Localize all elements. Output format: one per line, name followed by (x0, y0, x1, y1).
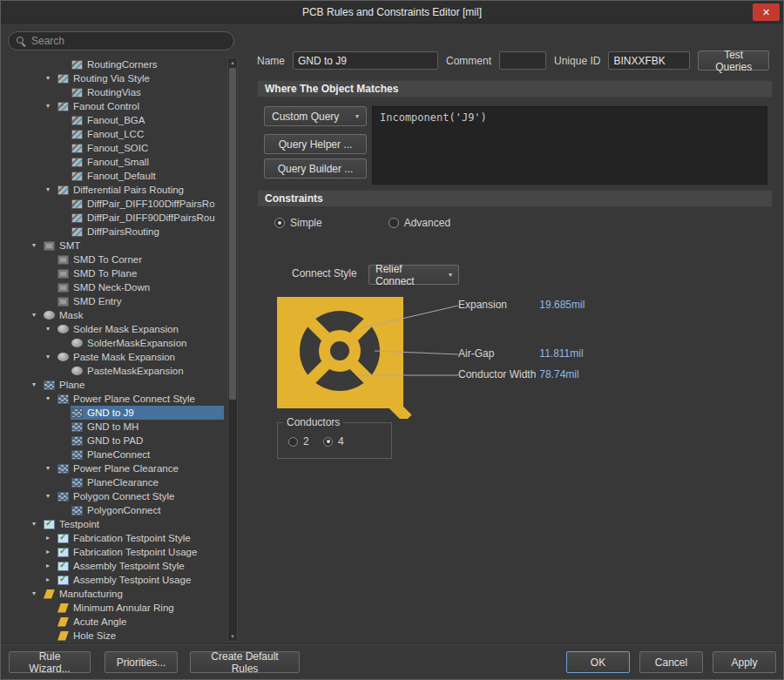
tree-item-fabrication-testpoint-style[interactable]: ▸Fabrication Testpoint Style (8, 531, 224, 545)
tree-item-content: PolygonConnect (71, 503, 224, 517)
connect-style-preview-area: Expansion 19.685mil Air-Gap 11.811mil Co… (247, 297, 783, 419)
tree-item-hole-size[interactable]: Hole Size (8, 629, 224, 642)
scope-type-dropdown[interactable]: Custom Query ▾ (264, 106, 367, 126)
testpoint-icon (57, 576, 69, 585)
tree-item-paste-mask-expansion[interactable]: ▾Paste Mask Expansion (8, 350, 224, 364)
unique-id-label: Unique ID (554, 55, 600, 67)
routing-icon (71, 172, 83, 181)
tree-item-content: SolderMaskExpansion (71, 336, 224, 350)
tree-item-assembly-testpoint-style[interactable]: ▸Assembly Testpoint Style (8, 559, 224, 573)
tree-item-acute-angle[interactable]: Acute Angle (8, 615, 224, 629)
comment-field[interactable] (499, 51, 546, 70)
create-default-rules-button[interactable]: Create Default Rules (190, 651, 300, 673)
tree-item-fanout-default[interactable]: Fanout_Default (8, 169, 224, 183)
rule-name-field[interactable] (293, 51, 438, 70)
tree-item-smd-to-plane[interactable]: SMD To Plane (8, 266, 224, 280)
tree-item-gnd-to-mh[interactable]: GND to MH (8, 420, 224, 434)
collapse-icon[interactable]: ▾ (46, 183, 57, 197)
tree-item-fanout-control[interactable]: ▾Fanout Control (8, 99, 224, 113)
tree-item-soldermaskexpansion[interactable]: SolderMaskExpansion (8, 336, 224, 350)
priorities-button[interactable]: Priorities... (105, 651, 178, 673)
tree-item-label: Fanout_SOIC (87, 143, 152, 153)
tree-item-testpoint[interactable]: ▾Testpoint (8, 517, 224, 531)
tree-item-content: Fanout_BGA (71, 113, 224, 127)
collapse-icon[interactable]: ▾ (46, 99, 57, 113)
cancel-button[interactable]: Cancel (639, 651, 703, 673)
conductor-option-2: 2 (288, 435, 309, 448)
expand-icon[interactable]: ▸ (46, 573, 57, 587)
rule-wizard-button[interactable]: Rule Wizard... (9, 651, 91, 673)
collapse-icon[interactable]: ▾ (32, 308, 43, 322)
ok-button[interactable]: OK (566, 651, 630, 673)
radio-simple[interactable] (274, 218, 285, 228)
tree-item-label: Mask (59, 310, 86, 320)
tree-item-power-plane-connect-style[interactable]: ▾Power Plane Connect Style (8, 392, 224, 406)
test-queries-button[interactable]: Test Queries (698, 50, 769, 71)
collapse-icon[interactable]: ▾ (46, 461, 57, 475)
scrollbar-thumb[interactable] (229, 68, 236, 400)
tree-item-polygonconnect[interactable]: PolygonConnect (8, 503, 224, 517)
expansion-row: Expansion 19.685mil (458, 299, 783, 311)
tree-item-fanout-small[interactable]: Fanout_Small (8, 155, 224, 169)
tree-item-minimum-annular-ring[interactable]: Minimum Annular Ring (8, 601, 224, 615)
collapse-icon[interactable]: ▾ (46, 489, 57, 503)
tree-item-content: Routing Via Style (57, 71, 224, 85)
search-input[interactable] (31, 35, 226, 47)
tree-item-solder-mask-expansion[interactable]: ▾Solder Mask Expansion (8, 322, 224, 336)
radio-advanced[interactable] (389, 218, 399, 228)
tree-item-label: GND to J9 (87, 407, 138, 418)
routing-icon (71, 158, 83, 167)
tree-item-polygon-connect-style[interactable]: ▾Polygon Connect Style (8, 489, 224, 503)
expand-icon[interactable]: ▸ (46, 545, 57, 559)
radio-conductors-2[interactable] (288, 437, 298, 447)
tree-item-gnd-to-pad[interactable]: GND to PAD (8, 434, 224, 448)
collapse-icon[interactable]: ▾ (46, 322, 57, 336)
collapse-icon[interactable]: ▾ (32, 239, 43, 252)
tree-item-diffpairsrouting[interactable]: DiffPairsRouting (8, 225, 224, 239)
collapse-icon[interactable]: ▾ (32, 378, 43, 392)
query-builder-button[interactable]: Query Builder ... (264, 158, 367, 178)
unique-id-field[interactable] (608, 51, 690, 70)
tree-item-planeconnect[interactable]: PlaneConnect (8, 448, 224, 461)
tree-item-mask[interactable]: ▾Mask (8, 308, 224, 322)
tree-item-fabrication-testpoint-usage[interactable]: ▸Fabrication Testpoint Usage (8, 545, 224, 559)
tree-item-fanout-lcc[interactable]: Fanout_LCC (8, 127, 224, 141)
tree-item-smt[interactable]: ▾SMT (8, 239, 224, 252)
collapse-icon[interactable]: ▾ (32, 517, 43, 531)
tree-scrollbar[interactable]: ▲ ▼ (227, 57, 238, 642)
tree-item-manufacturing[interactable]: ▾Manufacturing (8, 587, 224, 601)
tree-item-smd-neck-down[interactable]: SMD Neck-Down (8, 280, 224, 294)
close-button[interactable]: ✕ (753, 3, 780, 21)
tree-item-plane[interactable]: ▾Plane (8, 378, 224, 392)
connect-style-dropdown[interactable]: Relief Connect ▾ (368, 265, 459, 285)
apply-button[interactable]: Apply (713, 651, 776, 673)
tree-item-planeclearance[interactable]: PlaneClearance (8, 475, 224, 489)
tree-item-diffpair-diff90diffpairsrou[interactable]: DiffPair_DIFF90DiffPairsRou (8, 211, 224, 225)
collapse-icon[interactable]: ▾ (46, 350, 57, 364)
collapse-icon[interactable]: ▾ (46, 392, 57, 406)
query-helper-button[interactable]: Query Helper ... (264, 134, 367, 154)
scroll-down-icon[interactable]: ▼ (228, 632, 237, 641)
tree-item-smd-entry[interactable]: SMD Entry (8, 294, 224, 308)
query-editor[interactable]: Incomponent('J9') (372, 106, 767, 185)
tree-item-pastemaskexpansion[interactable]: PasteMaskExpansion (8, 364, 224, 378)
tree-item-assembly-testpoint-usage[interactable]: ▸Assembly Testpoint Usage (8, 573, 224, 587)
tree-item-fanout-soic[interactable]: Fanout_SOIC (8, 141, 224, 155)
dialog-footer: Rule Wizard... Priorities... Create Defa… (1, 643, 783, 679)
radio-conductors-4[interactable] (323, 437, 333, 447)
collapse-icon[interactable]: ▾ (32, 587, 43, 601)
tree-item-power-plane-clearance[interactable]: ▾Power Plane Clearance (8, 461, 224, 475)
tree-item-routingvias[interactable]: RoutingVias (8, 85, 224, 99)
collapse-icon[interactable]: ▾ (46, 71, 57, 85)
expand-icon[interactable]: ▸ (46, 531, 57, 545)
tree-item-gnd-to-j9[interactable]: GND to J9 (8, 406, 224, 420)
tree-item-fanout-bga[interactable]: Fanout_BGA (8, 113, 224, 127)
scroll-up-icon[interactable]: ▲ (228, 58, 237, 67)
tree-item-routing-via-style[interactable]: ▾Routing Via Style (8, 71, 224, 85)
tree-item-differential-pairs-routing[interactable]: ▾Differential Pairs Routing (8, 183, 224, 197)
tree-item-routingcorners[interactable]: RoutingCorners (8, 57, 224, 71)
testpoint-icon (57, 562, 69, 571)
tree-item-diffpair-diff100diffpairsro[interactable]: DiffPair_DIFF100DiffPairsRo (8, 197, 224, 211)
tree-item-smd-to-corner[interactable]: SMD To Corner (8, 252, 224, 266)
expand-icon[interactable]: ▸ (46, 559, 57, 573)
